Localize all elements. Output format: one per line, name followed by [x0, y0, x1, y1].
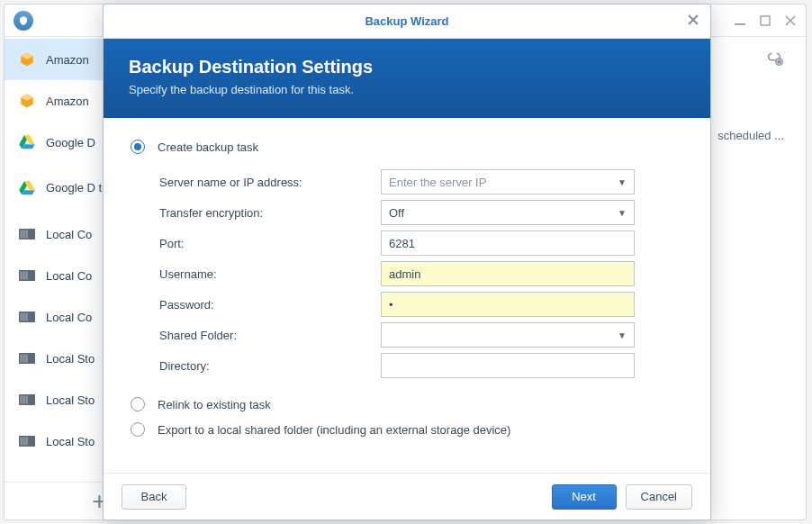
port-input-field[interactable]: [389, 237, 627, 250]
radio-create-task[interactable]: Create backup task: [131, 140, 683, 154]
radio-label: Export to a local shared folder (includi…: [158, 423, 510, 437]
svg-rect-21: [26, 396, 28, 404]
radio-icon: [131, 140, 145, 154]
radio-label: Create backup task: [158, 140, 258, 154]
directory-input[interactable]: [381, 353, 635, 378]
sidebar-item-label: Google D: [46, 136, 95, 149]
amazon-icon: [17, 91, 37, 111]
modal-footer: Back Next Cancel: [104, 473, 710, 519]
sidebar-item-label: Amazon: [46, 95, 89, 108]
sidebar-item-label: Local Sto: [46, 393, 95, 407]
link-auth-icon[interactable]: [764, 48, 784, 70]
modal-titlebar: Backup Wizard: [104, 5, 710, 39]
server-icon: [17, 307, 37, 327]
sidebar-item-label: Local Sto: [46, 352, 95, 366]
svg-rect-8: [23, 272, 25, 280]
svg-rect-7: [21, 272, 23, 280]
label-encryption: Transfer encryption:: [159, 206, 381, 220]
svg-rect-5: [26, 230, 28, 239]
server-icon: [17, 431, 37, 451]
username-input-field[interactable]: [389, 267, 627, 281]
svg-rect-16: [23, 355, 25, 363]
sidebar-item-label: Local Co: [46, 269, 92, 283]
chevron-down-icon: ▼: [618, 177, 627, 187]
gdrive-icon: [17, 132, 37, 152]
svg-rect-23: [21, 438, 23, 446]
directory-input-field[interactable]: [389, 359, 627, 373]
password-input-field[interactable]: [389, 298, 627, 312]
modal-close-button[interactable]: [687, 14, 699, 29]
cancel-button[interactable]: Cancel: [626, 484, 692, 510]
svg-rect-1: [761, 16, 770, 25]
svg-rect-25: [26, 438, 28, 446]
banner-title: Backup Destination Settings: [129, 57, 685, 77]
server-icon: [17, 266, 37, 285]
next-button[interactable]: Next: [552, 484, 617, 510]
shared-folder-combo[interactable]: ▼: [381, 322, 635, 348]
modal-title: Backup Wizard: [365, 14, 448, 28]
svg-rect-17: [26, 355, 28, 363]
label-username: Username:: [159, 267, 381, 281]
radio-export-local[interactable]: Export to a local shared folder (includi…: [131, 422, 683, 437]
username-input[interactable]: [381, 261, 635, 286]
svg-rect-0: [735, 23, 745, 25]
backup-wizard-modal: Backup Wizard Backup Destination Setting…: [103, 4, 711, 520]
back-button[interactable]: Back: [122, 484, 186, 510]
banner-subtitle: Specify the backup destination for this …: [129, 83, 685, 96]
svg-rect-12: [23, 313, 25, 321]
minimize-button[interactable]: [734, 14, 746, 27]
svg-rect-4: [23, 230, 25, 239]
modal-body: Create backup task Server name or IP add…: [104, 118, 710, 473]
svg-rect-15: [21, 355, 23, 363]
maximize-button[interactable]: [759, 14, 771, 27]
svg-rect-11: [21, 313, 23, 321]
svg-rect-9: [26, 272, 28, 280]
label-shared-folder: Shared Folder:: [159, 329, 381, 342]
svg-rect-13: [26, 313, 28, 321]
radio-label: Relink to existing task: [158, 398, 271, 411]
chevron-down-icon: ▼: [618, 208, 627, 218]
svg-rect-19: [21, 396, 23, 404]
label-directory: Directory:: [159, 359, 381, 373]
port-input[interactable]: [381, 230, 635, 256]
radio-icon: [131, 422, 145, 437]
sidebar-item-label: Local Co: [46, 228, 92, 241]
svg-rect-27: [778, 60, 780, 63]
gdrive-icon: [17, 178, 37, 198]
server-placeholder: Enter the server IP: [389, 176, 486, 189]
encryption-combo[interactable]: Off ▼: [381, 200, 635, 225]
server-icon: [17, 348, 37, 368]
task-description: scheduled ...: [717, 129, 784, 142]
password-input[interactable]: [381, 292, 635, 317]
chevron-down-icon: ▼: [618, 330, 627, 340]
radio-relink-task[interactable]: Relink to existing task: [131, 397, 683, 411]
svg-rect-24: [23, 438, 25, 446]
server-icon: [17, 390, 37, 410]
app-icon: [14, 11, 33, 31]
server-combo[interactable]: Enter the server IP ▼: [381, 169, 635, 194]
close-button[interactable]: [784, 14, 797, 27]
sidebar-item-label: Amazon: [46, 53, 89, 67]
sidebar-item-label: Local Sto: [46, 435, 95, 448]
encryption-value: Off: [389, 206, 404, 220]
sidebar-item-label: Local Co: [46, 311, 92, 324]
amazon-icon: [17, 50, 37, 69]
svg-rect-3: [21, 230, 23, 239]
create-task-form: Server name or IP address: Enter the ser…: [159, 167, 683, 381]
modal-banner: Backup Destination Settings Specify the …: [104, 39, 710, 118]
radio-icon: [131, 397, 145, 411]
label-server: Server name or IP address:: [159, 176, 381, 189]
svg-rect-20: [23, 396, 25, 404]
label-password: Password:: [159, 298, 381, 312]
server-icon: [17, 224, 37, 244]
label-port: Port:: [159, 237, 381, 250]
